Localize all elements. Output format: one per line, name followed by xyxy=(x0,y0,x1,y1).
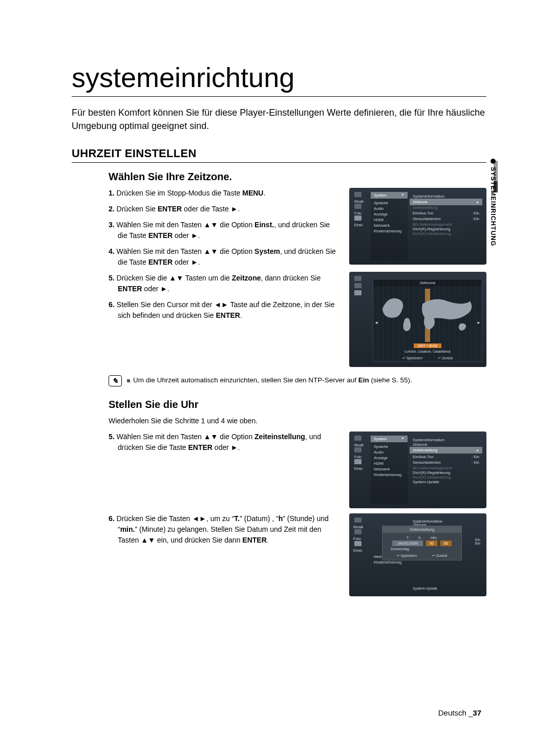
settings-icon xyxy=(354,290,361,295)
steps-col: 1. Drücken Sie im Stopp-Modus die Taste … xyxy=(109,188,337,326)
photo-icon xyxy=(354,283,361,288)
screenshots-col-3: Musik Foto Einst. Netzwerk Kindersicheru… xyxy=(349,513,486,596)
osd-screenshot-worldmap: Zeitzone ◄ ► GMT + 00:00 London, Lissabo… xyxy=(349,272,486,367)
settings-icon xyxy=(354,541,361,546)
screenshots-col-1: Musik Foto Einst. System► Sprache Audio … xyxy=(349,188,486,367)
steps-list-2a: 5. Wählen Sie mit den Tasten ▲▼ die Opti… xyxy=(109,431,337,453)
time-popup: Zeiteinstellung T.h.min. JAN/01/2009 00 … xyxy=(382,526,462,560)
photo-icon xyxy=(354,447,361,452)
settings-icon xyxy=(354,215,361,221)
return-icon: ↩ xyxy=(438,356,441,360)
section-heading: UHRZEIT EINSTELLEN xyxy=(72,147,486,163)
gmt-label: GMT + 00:00 xyxy=(414,343,441,348)
music-icon xyxy=(354,436,361,441)
step-3: 3. Wählen Sie mit den Tasten ▲▼ die Opti… xyxy=(109,220,337,241)
note-block: ✎ Um die Uhrzeit automatisch einzurichte… xyxy=(109,375,486,386)
osd-screenshot-timeset-popup: Musik Foto Einst. Netzwerk Kindersicheru… xyxy=(349,513,486,596)
row-clock-2: 6. Drücken Sie die Tasten ◄►, um zu “T.”… xyxy=(109,513,486,596)
enter-icon: ↵ xyxy=(397,554,400,557)
screenshots-col-2: Musik Foto Einst. System► Sprache Audio … xyxy=(349,431,486,508)
step2-5: 5. Wählen Sie mit den Tasten ▲▼ die Opti… xyxy=(109,431,337,453)
arrow-right-icon: ► xyxy=(477,320,481,325)
row-timezone: 1. Drücken Sie im Stopp-Modus die Taste … xyxy=(109,188,486,367)
subheading-clock: Stellen Sie die Uhr xyxy=(109,399,486,411)
step-4: 4. Wählen Sie mit den Tasten ▲▼ die Opti… xyxy=(109,246,337,268)
return-icon: ↩ xyxy=(432,554,435,557)
steps-list-2b: 6. Drücken Sie die Tasten ◄►, um zu “T.”… xyxy=(109,513,337,546)
repeat-text: Wiederholen Sie die Schritte 1 und 4 wie… xyxy=(109,416,486,426)
arrow-left-icon: ◄ xyxy=(374,320,378,325)
step-1: 1. Drücken Sie im Stopp-Modus die Taste … xyxy=(109,188,337,199)
settings-icon xyxy=(354,459,361,464)
osd-screenshot-zeitzone: Musik Foto Einst. System► Sprache Audio … xyxy=(349,188,486,265)
page-body: systemeinrichtung Für besten Komfort kön… xyxy=(0,0,553,596)
step2-6: 6. Drücken Sie die Tasten ◄►, um zu “T.”… xyxy=(109,513,337,546)
footer-language: Deutsch xyxy=(438,708,466,717)
date-field: JAN/01/2009 xyxy=(392,541,423,546)
step-6: 6. Stellen Sie den Cursor mit der ◄► Tas… xyxy=(109,299,337,321)
row-clock-1: 5. Wählen Sie mit den Tasten ▲▼ die Opti… xyxy=(109,431,486,508)
bullet-icon xyxy=(127,379,130,382)
step-2: 2. Drücken Sie ENTER oder die Taste ►. xyxy=(109,204,337,214)
steps-list-1: 1. Drücken Sie im Stopp-Modus die Taste … xyxy=(109,188,337,321)
music-icon xyxy=(354,276,361,281)
music-icon xyxy=(354,517,361,523)
save-label: ↵ Speichern xyxy=(402,356,422,360)
world-map-icon xyxy=(377,289,478,334)
intro-text: Für besten Komfort können Sie für diese … xyxy=(72,106,486,133)
music-icon xyxy=(354,192,361,197)
hour-field: 00 xyxy=(426,541,437,546)
photo-icon xyxy=(354,529,361,534)
note-icon: ✎ xyxy=(109,375,122,386)
enter-icon: ↵ xyxy=(402,356,406,360)
page-title: systemeinrichtung xyxy=(72,61,486,97)
step-5: 5. Drücken Sie die ▲▼ Tasten um die Zeit… xyxy=(109,273,337,294)
back-label: ↩ Zurück xyxy=(438,356,453,360)
city-label: London, Lissabon, Casablanca xyxy=(405,350,450,353)
note-text: Um die Uhrzeit automatisch einzurichten,… xyxy=(127,375,412,385)
photo-icon xyxy=(354,204,361,209)
page-footer: Deutsch _37 xyxy=(438,708,481,717)
footer-page-number: 37 xyxy=(473,708,481,717)
subheading-timezone: Wählen Sie Ihre Zeitzone. xyxy=(109,171,486,183)
minute-field: 00 xyxy=(440,541,452,546)
osd-screenshot-zeiteinstellung: Musik Foto Einst. System► Sprache Audio … xyxy=(349,431,486,508)
